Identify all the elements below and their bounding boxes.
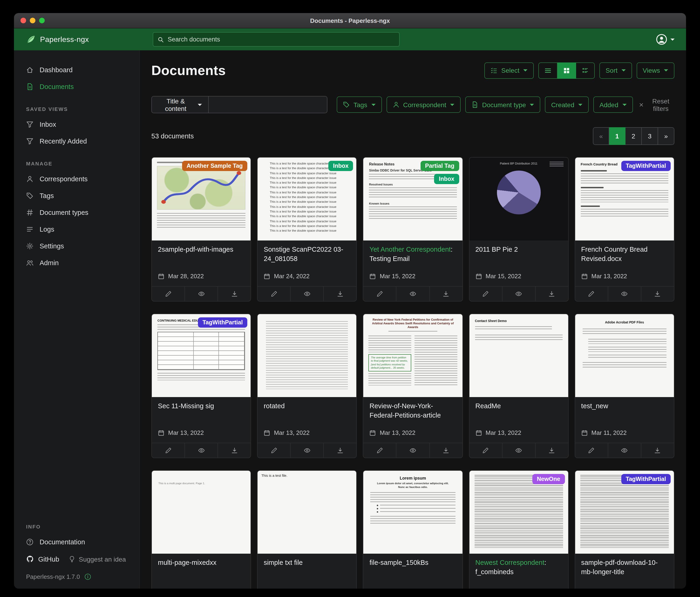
document-thumbnail[interactable]: TagWithPartial (575, 471, 674, 554)
edit-document-button[interactable] (364, 443, 396, 458)
document-card[interactable]: Patient BP Distribution 20112011 BP Pie … (469, 157, 569, 302)
document-card[interactable]: rotatedMar 13, 2022 (257, 314, 357, 458)
document-card[interactable]: Another Sample Tag2sample-pdf-with-image… (151, 157, 251, 302)
document-card[interactable]: This is a test for the double space char… (257, 157, 357, 302)
view-detail-button[interactable] (576, 62, 595, 78)
info-circle-icon[interactable] (84, 573, 91, 580)
document-thumbnail[interactable]: This is a test for the double space char… (257, 158, 356, 240)
pagination-page-2[interactable]: 2 (625, 127, 642, 145)
edit-document-button[interactable] (469, 287, 502, 301)
reset-filters-button[interactable]: Reset filters (638, 97, 674, 112)
document-card[interactable]: Release NotesSimba ODBC Driver for SQL S… (363, 157, 463, 302)
document-card[interactable]: Adobe Acrobat PDF Filestest_newMar 11, 2… (575, 314, 674, 458)
tag-pill[interactable]: TagWithPartial (621, 474, 671, 484)
document-correspondent-link[interactable]: Yet Another Correspondent (370, 246, 451, 253)
view-grid-button[interactable] (557, 62, 576, 78)
tag-pill[interactable]: Inbox (328, 161, 353, 171)
document-card[interactable]: Contact Sheet DemoReadMeMar 13, 2022 (469, 314, 569, 458)
select-button[interactable]: Select (484, 62, 534, 78)
preview-document-button[interactable] (291, 287, 323, 301)
tag-pill[interactable]: Another Sample Tag (182, 161, 247, 171)
document-thumbnail[interactable]: Release NotesSimba ODBC Driver for SQL S… (364, 158, 462, 240)
tag-pill[interactable]: TagWithPartial (198, 317, 247, 328)
document-card[interactable]: This is a multi page document. Page 1.mu… (151, 470, 251, 589)
preview-document-button[interactable] (184, 287, 218, 301)
filter-tags-button[interactable]: Tags (337, 96, 382, 113)
download-document-button[interactable] (429, 443, 462, 458)
document-thumbnail[interactable]: Another Sample Tag (152, 158, 251, 240)
document-title[interactable]: Review-of-New-York-Federal-Petitions-art… (370, 402, 456, 420)
tag-pill[interactable]: Partial Tag (420, 161, 459, 171)
filter-text-input[interactable] (209, 96, 327, 113)
document-thumbnail[interactable]: Lorem ipsumLorem ipsum dolor sit amet, c… (364, 471, 462, 554)
views-button[interactable]: Views (637, 62, 674, 78)
filter-document-type-button[interactable]: Document type (465, 96, 540, 113)
document-title[interactable]: simple txt file (264, 558, 350, 567)
document-title[interactable]: Sec 11-Missing sig (158, 402, 245, 411)
filter-correspondent-button[interactable]: Correspondent (386, 96, 460, 113)
sidebar-item-documentation[interactable]: Documentation (14, 534, 139, 550)
tag-pill[interactable]: Inbox (434, 174, 459, 184)
edit-document-button[interactable] (364, 287, 396, 301)
sidebar-item-document-types[interactable]: Document types (14, 204, 139, 221)
sidebar-item-tags[interactable]: Tags (14, 187, 139, 204)
document-thumbnail[interactable]: Patient BP Distribution 2011 (469, 158, 568, 240)
edit-document-button[interactable] (469, 443, 502, 458)
search-input[interactable] (168, 36, 395, 43)
close-window-button[interactable] (21, 18, 26, 23)
preview-document-button[interactable] (396, 287, 429, 301)
download-document-button[interactable] (641, 443, 674, 458)
view-list-button[interactable] (539, 62, 557, 78)
document-title[interactable]: test_new (581, 402, 668, 411)
preview-document-button[interactable] (396, 443, 429, 458)
edit-document-button[interactable] (575, 443, 608, 458)
document-thumbnail[interactable] (257, 314, 356, 397)
pagination-page-3[interactable]: 3 (642, 127, 658, 145)
document-card[interactable]: This is a test file.simple txt file (257, 470, 357, 589)
download-document-button[interactable] (641, 287, 674, 301)
sidebar-item-logs[interactable]: Logs (14, 221, 139, 238)
filter-added-button[interactable]: Added (593, 96, 633, 113)
document-thumbnail[interactable]: Adobe Acrobat PDF Files (575, 314, 674, 397)
document-title[interactable]: Yet Another Correspondent: Testing Email (370, 245, 456, 263)
document-title[interactable]: ReadMe (475, 402, 562, 411)
document-thumbnail[interactable]: This is a multi page document. Page 1. (152, 471, 251, 554)
document-thumbnail[interactable]: Contact Sheet Demo (469, 314, 568, 397)
download-document-button[interactable] (535, 287, 568, 301)
document-title[interactable]: multi-page-mixedxx (158, 558, 245, 567)
tag-pill[interactable]: TagWithPartial (621, 161, 671, 171)
download-document-button[interactable] (218, 443, 251, 458)
sidebar-item-documents[interactable]: Documents (14, 78, 139, 95)
sidebar-item-correspondents[interactable]: Correspondents (14, 171, 139, 187)
preview-document-button[interactable] (184, 443, 218, 458)
minimize-window-button[interactable] (30, 18, 35, 23)
document-correspondent-link[interactable]: Newest Correspondent (475, 559, 545, 566)
preview-document-button[interactable] (608, 443, 641, 458)
preview-document-button[interactable] (608, 287, 641, 301)
edit-document-button[interactable] (257, 443, 290, 458)
download-document-button[interactable] (429, 287, 462, 301)
search-box[interactable] (153, 32, 400, 47)
tag-pill[interactable]: NewOne (532, 474, 565, 484)
document-card[interactable]: CONTINUING MEDICAL EDUCATIONTagWithParti… (151, 314, 251, 458)
document-card[interactable]: Review of New York Federal Petitions for… (363, 314, 463, 458)
edit-document-button[interactable] (575, 287, 608, 301)
download-document-button[interactable] (323, 287, 356, 301)
pagination-next[interactable]: » (658, 127, 674, 145)
edit-document-button[interactable] (257, 287, 290, 301)
document-title[interactable]: file-sample_150kBs (370, 558, 456, 567)
download-document-button[interactable] (218, 287, 251, 301)
edit-document-button[interactable] (152, 287, 184, 301)
pagination-previous[interactable]: « (593, 127, 609, 145)
download-document-button[interactable] (535, 443, 568, 458)
document-thumbnail[interactable]: This is a test file. (257, 471, 356, 554)
sidebar-item-github[interactable]: GitHub (26, 555, 59, 563)
sidebar-item-dashboard[interactable]: Dashboard (14, 62, 139, 78)
document-title[interactable]: Newest Correspondent: f_combineds (475, 558, 562, 576)
document-thumbnail[interactable]: French Country BreadTagWithPartial (575, 158, 674, 240)
filter-created-button[interactable]: Created (545, 96, 589, 113)
document-title[interactable]: 2011 BP Pie 2 (475, 245, 562, 254)
preview-document-button[interactable] (502, 287, 535, 301)
edit-document-button[interactable] (152, 443, 184, 458)
app-brand[interactable]: Paperless-ngx (14, 34, 140, 45)
